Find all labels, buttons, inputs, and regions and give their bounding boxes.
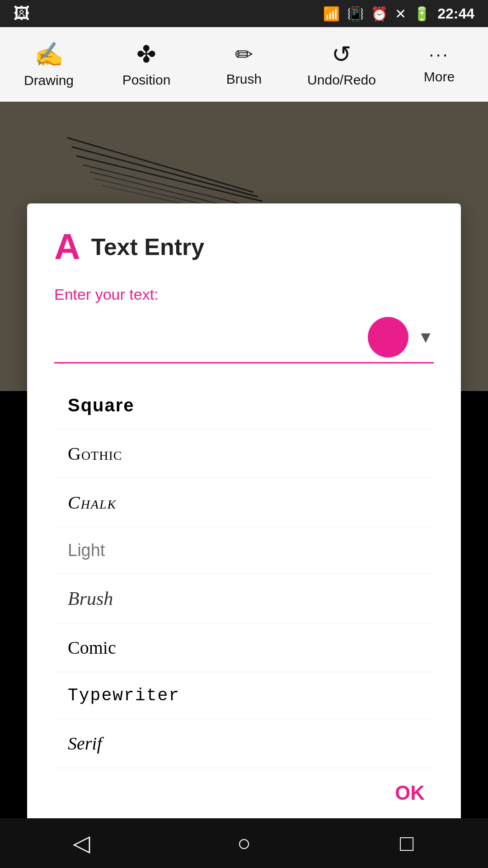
status-bar: 🖼 📶 📳 ⏰ ✕ 🔋 22:44: [0, 0, 488, 27]
dropdown-arrow-button[interactable]: ▼: [418, 328, 434, 347]
bottom-nav: ◁ ○ □: [0, 818, 488, 868]
battery-icon: 🔋: [413, 6, 430, 22]
toolbar-item-brush[interactable]: ✏ Brush: [195, 37, 293, 91]
toolbar-item-undo-redo[interactable]: ↺ Undo/Redo: [293, 36, 390, 92]
status-icons: 📶 📳 ⏰ ✕ 🔋 22:44: [323, 5, 474, 22]
brush-icon: ✏: [235, 42, 253, 67]
toolbar: ✍ Drawing ✤ Position ✏ Brush ↺ Undo/Redo…: [0, 27, 488, 102]
position-label: Position: [122, 72, 171, 88]
toolbar-item-more[interactable]: ··· More: [390, 40, 488, 89]
font-item-light[interactable]: Light: [54, 527, 434, 574]
ok-row: OK: [54, 777, 434, 809]
gallery-icon: 🖼: [14, 4, 30, 23]
bluetooth-icon: 📶: [323, 6, 340, 22]
dialog-title: Text Entry: [91, 233, 204, 260]
color-button[interactable]: [368, 317, 408, 358]
text-input[interactable]: [54, 328, 359, 347]
dialog-header: A Text Entry: [54, 226, 434, 268]
font-item-comic[interactable]: Comic: [54, 623, 434, 672]
status-bar-left: 🖼: [14, 4, 30, 23]
recent-button[interactable]: □: [384, 827, 429, 859]
clock: 22:44: [437, 5, 474, 22]
vibrate-icon: 📳: [347, 6, 364, 22]
signal-icon: ✕: [395, 6, 406, 22]
ok-button[interactable]: OK: [386, 777, 434, 809]
more-icon: ···: [429, 44, 449, 65]
home-button[interactable]: ○: [221, 827, 267, 859]
back-button[interactable]: ◁: [59, 827, 104, 859]
toolbar-item-position[interactable]: ✤ Position: [98, 36, 195, 92]
font-dropdown: Square Gothic Chalk Light Brush Comic Ty…: [54, 382, 434, 768]
alarm-icon: ⏰: [371, 6, 388, 22]
drawing-icon: ✍: [34, 41, 64, 68]
page-container: 🖼 📶 📳 ⏰ ✕ 🔋 22:44 ✍ Drawing ✤ Position ✏…: [0, 0, 488, 868]
dialog-subtitle: Enter your text:: [54, 286, 434, 303]
brush-label: Brush: [226, 71, 262, 87]
font-item-chalk[interactable]: Chalk: [54, 478, 434, 527]
font-item-square[interactable]: Square: [54, 382, 434, 429]
canvas-area: A Text Entry Enter your text: ▼ Square G…: [0, 102, 488, 391]
dialog-title-icon: A: [54, 226, 80, 268]
undo-redo-label: Undo/Redo: [307, 72, 376, 88]
toolbar-item-drawing[interactable]: ✍ Drawing: [0, 36, 98, 93]
drawing-label: Drawing: [24, 73, 74, 88]
font-item-gothic[interactable]: Gothic: [54, 429, 434, 478]
font-item-brush[interactable]: Brush: [54, 574, 434, 623]
position-icon: ✤: [136, 41, 156, 68]
text-entry-dialog: A Text Entry Enter your text: ▼ Square G…: [27, 203, 461, 831]
text-input-row: ▼: [54, 317, 434, 363]
font-item-typewriter[interactable]: Typewriter: [54, 672, 434, 719]
more-label: More: [424, 69, 455, 85]
font-item-serif[interactable]: Serif: [54, 719, 434, 768]
undo-redo-icon: ↺: [332, 41, 352, 68]
